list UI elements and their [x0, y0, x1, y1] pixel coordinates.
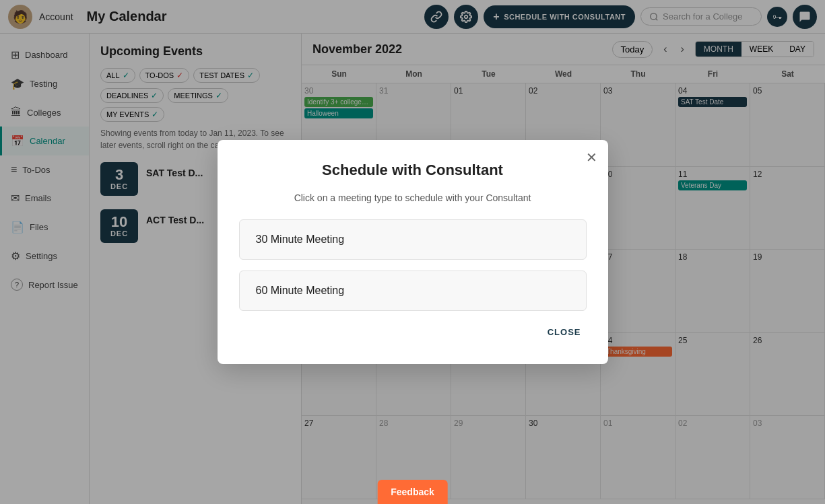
schedule-modal: ✕ Schedule with Consultant Click on a me…	[218, 140, 608, 364]
modal-backdrop[interactable]: ✕ Schedule with Consultant Click on a me…	[0, 0, 825, 504]
modal-title: Schedule with Consultant	[239, 161, 587, 179]
feedback-btn[interactable]: Feedback	[377, 480, 448, 504]
modal-close-btn[interactable]: CLOSE	[542, 322, 587, 343]
meeting-option-30min[interactable]: 30 Minute Meeting	[239, 219, 587, 260]
meeting-option-60min[interactable]: 60 Minute Meeting	[239, 271, 587, 311]
modal-footer: CLOSE	[239, 322, 587, 343]
modal-close-x-btn[interactable]: ✕	[586, 149, 597, 166]
modal-subtitle: Click on a meeting type to schedule with…	[239, 192, 587, 203]
